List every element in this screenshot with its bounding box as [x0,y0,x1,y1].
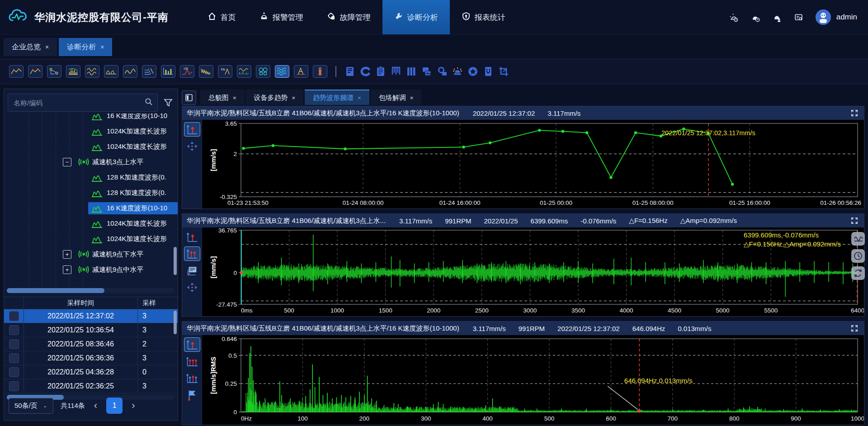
cursor-sideband-icon[interactable] [184,371,200,385]
tree-leaf-1024K加速度长波形[interactable]: 1024K加速度长波形 [4,139,178,154]
report-search-icon[interactable] [794,12,804,22]
decay-spectrum-icon[interactable] [199,65,213,78]
bookmark-doc-icon[interactable] [482,66,494,77]
alarm-user-icon[interactable] [772,12,782,22]
waveform-view-button[interactable] [851,232,865,246]
move-icon[interactable] [184,139,200,153]
menu-item-首页[interactable]: 首页 [196,0,248,34]
tree-expander-icon[interactable]: − [63,158,71,166]
current-page-button[interactable]: 1 [106,398,123,414]
search-input[interactable] [13,99,145,107]
close-icon[interactable]: × [100,43,104,51]
row-checkbox[interactable] [9,325,19,335]
data-cache-icon[interactable] [359,66,371,77]
trend-wave-spectrum-icon[interactable] [275,65,289,78]
table-row[interactable]: 2022/01/25 08:36:462 [4,337,178,351]
flag-icon[interactable] [184,388,200,402]
tree-expander-icon[interactable]: + [63,250,71,259]
table-row[interactable]: 2022/01/25 12:37:023 [4,309,178,323]
chart-canvas-2[interactable]: 36.7650-27.475[mm/s]0ms50010001500200025… [202,227,864,316]
comb-filter-icon[interactable] [390,66,402,77]
tree-leaf-1024K加速度长波形[interactable]: 1024K加速度长波形 [4,231,178,246]
alarm-clock-icon[interactable] [729,12,739,22]
row-checkbox[interactable] [9,311,19,321]
wave-spectrum-icon[interactable] [237,65,251,78]
chart-canvas-3[interactable]: 0.6460.50.250[mm/s]RMS0Hz100200300400500… [202,335,864,425]
next-page-button[interactable]: › [130,401,137,411]
row-checkbox[interactable] [9,339,19,349]
cascade-spectrum-icon[interactable] [142,65,156,78]
username[interactable]: admin [836,13,857,22]
close-icon[interactable]: × [292,95,296,101]
move-icon[interactable] [184,280,200,294]
close-icon[interactable]: × [45,43,49,51]
table-row[interactable]: 2022/01/25 04:36:280 [4,365,178,379]
column-list-icon[interactable] [405,66,417,77]
collapse-sidebar-button[interactable] [182,90,196,105]
image-copy-icon[interactable] [420,66,433,77]
spectrum-histogram-icon[interactable] [66,65,80,78]
cursor-double-icon[interactable] [184,246,200,261]
dual-waveform-icon[interactable] [85,65,99,78]
fullscreen-icon[interactable] [849,216,859,226]
tree-leaf-1024K加速度长波形[interactable]: 1024K加速度长波形 [4,123,178,139]
crop-edit-icon[interactable] [497,66,509,77]
close-icon[interactable]: × [233,95,236,101]
row-checkbox[interactable] [9,353,19,363]
tree-leaf-16 K速度波形(10-10[interactable]: 16 K速度波形(10-10 [4,200,178,216]
alarm-timer-icon[interactable] [750,12,760,22]
data-server-icon[interactable] [344,66,356,77]
close-icon[interactable]: × [410,95,414,101]
thermometer-icon[interactable] [313,65,327,78]
chart-canvas-1[interactable]: 3.652-0.325[mm/s]01-23 21:53:5001-24 08:… [202,120,864,208]
compass-plot-icon[interactable] [294,65,308,78]
tree-leaf-128 K加速度波形(0.[interactable]: 128 K加速度波形(0. [4,185,178,200]
tree-leaf-1024K加速度长波形[interactable]: 1024K加速度长波形 [4,216,178,231]
table-row[interactable]: 2022/01/25 10:36:543 [4,323,178,337]
lw-trend-icon[interactable]: LW [180,65,194,78]
route-analysis-icon[interactable] [47,65,61,78]
page-size-select[interactable]: 50条/页 ⌄ [9,398,53,414]
menu-item-诊断分析[interactable]: 诊断分析 [382,0,450,34]
row-checkbox[interactable] [9,367,19,377]
tree-node-减速机9点中水平[interactable]: +减速机9点中水平 [4,262,178,277]
cursor-harmonic-icon[interactable] [184,354,200,369]
menu-item-报警管理[interactable]: 报警管理 [248,0,315,34]
cursor-single-icon[interactable] [184,230,200,244]
fullscreen-icon[interactable] [849,323,859,333]
tree-node-减速机9点下水平[interactable]: +减速机9点下水平 [4,246,178,262]
avatar[interactable] [816,9,831,25]
menu-item-故障管理[interactable]: 故障管理 [315,0,382,34]
table-vscrollbar[interactable] [174,311,177,334]
search-icon[interactable] [145,98,153,108]
multi-trend-icon[interactable] [28,65,42,78]
tree-leaf-128 K加速度波形(0.[interactable]: 128 K加速度波形(0. [4,170,178,185]
cursor-single-icon[interactable] [184,337,200,352]
report-clipboard-icon[interactable] [374,66,387,77]
link-sync-button[interactable] [851,266,865,280]
tree-leaf-16 K速度波形(10-10[interactable]: 16 K速度波形(10-10 [4,114,178,123]
note-icon[interactable] [184,263,200,278]
fa-spectrum-icon[interactable]: FA [218,65,232,78]
page-tab-诊断分析[interactable]: 诊断分析× [59,38,112,56]
orbit-plot-icon[interactable] [256,65,270,78]
page-tab-企业总览[interactable]: 企业总览× [4,38,57,56]
history-button[interactable] [851,249,865,263]
prev-page-button[interactable]: ‹ [92,401,99,411]
view-tab-设备多趋势[interactable]: 设备多趋势× [246,90,304,105]
tree-vscrollbar[interactable] [174,247,177,275]
view-tab-包络解调[interactable]: 包络解调× [371,90,422,105]
trend-chart-icon[interactable] [9,65,24,78]
view-tab-总貌图[interactable]: 总貌图× [200,90,245,105]
alarm-lamp-icon[interactable] [451,66,463,77]
close-icon[interactable]: × [358,95,361,101]
twin-spectrum-icon[interactable] [104,65,118,78]
tree-expander-icon[interactable]: + [63,265,71,274]
tree-hscrollbar[interactable] [7,288,175,293]
tree-node-减速机3点上水平[interactable]: −减速机3点上水平 [4,154,178,170]
row-checkbox[interactable] [9,381,19,391]
filter-icon[interactable] [162,97,174,109]
view-tab-趋势波形频谱[interactable]: 趋势波形频谱× [305,90,369,105]
fullscreen-icon[interactable] [849,108,859,118]
cursor-single-icon[interactable] [184,122,200,137]
